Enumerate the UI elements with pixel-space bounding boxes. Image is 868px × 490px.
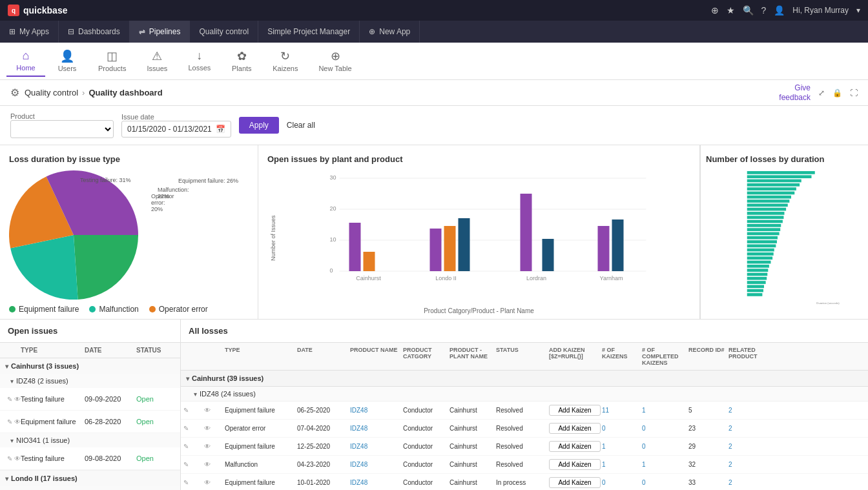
dashboard-icon: ⊟ [68,27,74,36]
edit-icon[interactable]: ✎ [183,407,203,414]
view-icon[interactable]: 👁 [204,425,223,432]
logo-icon: q [8,5,19,16]
edit-icon[interactable]: ✎ [7,455,12,462]
add-kaizen-button[interactable]: Add Kaizen [549,459,601,470]
new-icon: ⊕ [369,27,375,36]
kaizen-count[interactable]: 11 [602,407,641,414]
tab-users[interactable]: 👤 Users [48,45,87,77]
product-name-link[interactable]: IDZ48 [350,425,402,432]
kaizen-count[interactable]: 0 [602,425,641,432]
issue-date: 09-09-2020 [85,395,136,403]
svg-rect-40 [747,285,764,288]
edit-icon[interactable]: ✎ [183,461,203,468]
table-row: ✎ 👁 Equipment failure 10-01-2020 IDZ48 C… [181,474,868,490]
app-tab-dashboards[interactable]: ⊟ Dashboards [59,21,130,43]
londo-label: Londo II (17 issues) [11,475,78,482]
lock-icon[interactable]: 🔒 [832,88,842,97]
settings-icon[interactable]: ⚙ [10,87,19,99]
calendar-icon[interactable]: 📅 [216,125,225,134]
share-icon[interactable]: ⤢ [818,88,825,97]
app-tab-simpleproject[interactable]: Simple Project Manager [258,21,360,43]
tab-losses[interactable]: ↓ Losses [179,45,220,77]
app-tab-pipelines[interactable]: ⇌ Pipelines [130,21,191,43]
svg-rect-42 [747,293,763,296]
view-icon[interactable]: 👁 [14,396,21,403]
clear-button[interactable]: Clear all [287,121,315,130]
related-product-link[interactable]: 2 [728,461,767,468]
view-icon[interactable]: 👁 [204,407,223,414]
svg-rect-30 [747,244,776,247]
edit-icon[interactable]: ✎ [183,479,203,486]
nio341-label: NIO341 (1 issue) [16,436,70,444]
tab-newtable[interactable]: ⊕ New Table [309,45,360,77]
kaizen-count[interactable]: 1 [602,443,641,450]
give-feedback-button[interactable]: Givefeedback [779,83,811,102]
completed-kaizen-count[interactable]: 0 [642,443,687,450]
nio341-subgroup-header[interactable]: ▾ NIO341 (1 issue) [0,433,180,447]
idz48-subgroup-header[interactable]: ▾ IDZ48 (2 issues) [0,374,180,388]
tab-home[interactable]: ⌂ Home [6,45,45,77]
cainhurst-group-header[interactable]: ▾ Cainhurst (3 issues) [0,358,180,374]
svg-rect-13 [747,175,812,178]
product-select[interactable] [10,120,114,138]
product-name-link[interactable]: IDZ48 [350,443,402,450]
breadcrumb-page: Quality dashboard [88,88,162,97]
product-name-link[interactable]: IDZ48 [350,479,402,486]
add-kaizen-button[interactable]: Add Kaizen [549,477,601,488]
open-issues-panel: Open issues TYPE DATE STATUS ▾ Cainhurst… [0,320,181,490]
edit-icon[interactable]: ✎ [7,418,12,425]
date-range-picker[interactable]: 01/15/2020 - 01/13/2021 📅 [121,121,231,138]
app-tab-qualitycontrol[interactable]: Quality control [190,21,258,43]
add-kaizen-button[interactable]: Add Kaizen [549,405,601,416]
related-product-link[interactable]: 2 [728,425,767,432]
completed-kaizen-count[interactable]: 0 [642,479,687,486]
view-icon[interactable]: 👁 [14,418,21,425]
logo[interactable]: q quickbase [8,5,67,16]
app-tab-newapp[interactable]: ⊕ New App [360,21,420,43]
add-kaizen-button[interactable]: Add Kaizen [549,441,601,452]
tab-plants[interactable]: ✿ Plants [222,45,261,77]
tab-kaizens[interactable]: ↻ Kaizens [264,45,307,77]
londo-group-header[interactable]: ▾ Londo II (17 issues) [0,471,180,486]
losses-cainhurst-header[interactable]: ▾ Cainhurst (39 issues) [181,371,868,387]
related-product-link[interactable]: 2 [728,443,767,450]
product-name-link[interactable]: IDZ48 [350,461,402,468]
issue-group-londo: ▾ Londo II (17 issues) ▾ ARKH43 (6 issue… [0,471,180,490]
view-icon[interactable]: 👁 [204,443,223,450]
user-icon[interactable]: 👤 [774,5,785,15]
chevron-icon: ▾ [5,363,8,370]
pie-chart-svg [9,170,138,300]
chevron-down-icon[interactable]: ▾ [856,6,860,15]
question-icon[interactable]: ? [761,5,767,15]
related-product-link[interactable]: 2 [728,479,767,486]
completed-kaizen-count[interactable]: 0 [642,425,687,432]
losses-idz48-header[interactable]: ▾ IDZ48 (24 issues) [181,387,868,402]
completed-kaizen-count[interactable]: 1 [642,461,687,468]
svg-text:0: 0 [330,267,333,274]
related-product-link[interactable]: 2 [728,407,767,414]
apply-button[interactable]: Apply [239,117,279,134]
edit-icon[interactable]: ✎ [7,396,12,403]
plus-icon[interactable]: ⊕ [711,5,719,15]
star-icon[interactable]: ★ [727,5,735,15]
app-tab-myapps[interactable]: ⊞ My Apps [0,21,59,43]
view-icon[interactable]: 👁 [204,479,223,486]
tab-issues[interactable]: ⚠ Issues [138,45,176,77]
completed-kaizen-count[interactable]: 1 [642,407,687,414]
view-icon[interactable]: 👁 [204,461,223,468]
view-icon[interactable]: 👁 [14,455,21,462]
pie-segment-equipment [74,235,138,300]
tab-products[interactable]: ◫ Products [89,45,135,77]
edit-icon[interactable]: ✎ [183,443,203,450]
add-kaizen-button[interactable]: Add Kaizen [549,423,601,434]
open-issues-header: Open issues [0,320,180,343]
search-icon[interactable]: 🔍 [743,5,754,15]
kaizen-count[interactable]: 1 [602,461,641,468]
hbar-chart-panel: Number of losses by duration [700,145,868,319]
kaizen-count[interactable]: 0 [602,479,641,486]
arkh43-subgroup-header[interactable]: ▾ ARKH43 (6 issues) [0,486,180,490]
filter-bar: Product Issue date 01/15/2020 - 01/13/20… [0,106,868,145]
fullscreen-icon[interactable]: ⛶ [850,88,858,97]
product-name-link[interactable]: IDZ48 [350,407,402,414]
edit-icon[interactable]: ✎ [183,425,203,432]
